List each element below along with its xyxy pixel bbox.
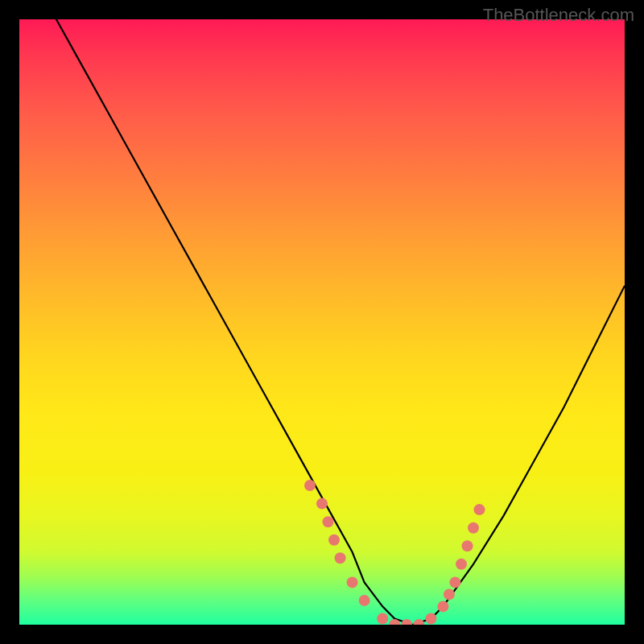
scatter-point [456,559,467,570]
scatter-point [323,516,334,527]
scatter-point [304,480,316,491]
scatter-point [444,588,455,600]
scatter-point [328,535,340,546]
scatter-point [316,498,328,510]
scatter-point [413,619,424,625]
scatter-point [335,552,346,564]
curve-line [19,19,625,625]
scatter-points-group [304,480,485,625]
scatter-point [468,522,479,534]
scatter-point [437,601,448,612]
scatter-point [474,504,485,515]
scatter-point [377,613,388,625]
scatter-point [425,613,436,625]
chart-plot-area [19,19,625,625]
scatter-point [449,576,460,588]
scatter-point [462,540,473,551]
scatter-point [347,576,358,588]
chart-svg-layer [19,19,625,625]
watermark-text: TheBottleneck.com [483,5,634,26]
scatter-point [359,595,370,606]
scatter-point [401,619,412,625]
